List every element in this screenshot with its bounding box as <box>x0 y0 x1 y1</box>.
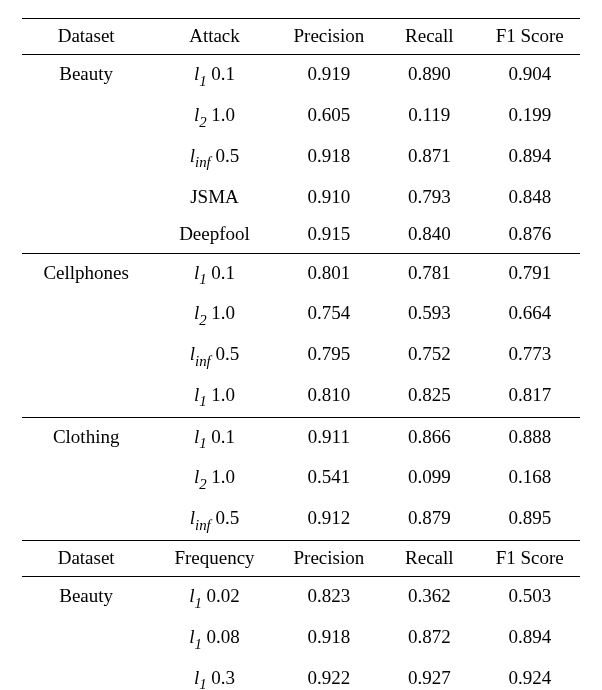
table-row: Deepfool0.9150.8400.876 <box>22 215 580 253</box>
precision-cell: 0.911 <box>279 417 379 458</box>
attack-value: 0.3 <box>211 667 235 688</box>
precision-cell: 0.912 <box>279 499 379 540</box>
l-norm-index: inf <box>195 353 211 369</box>
l-norm-index: 1 <box>199 435 206 451</box>
attack-cell: Deepfool <box>150 215 278 253</box>
attack-value: 0.1 <box>211 63 235 84</box>
attack-cell: linf 0.5 <box>150 137 278 178</box>
attack-cell: l2 1.0 <box>150 96 278 137</box>
attack-value: 0.1 <box>211 262 235 283</box>
recall-cell: 0.119 <box>379 96 479 137</box>
dataset-cell: Cellphones <box>22 253 150 294</box>
recall-cell: 0.752 <box>379 335 479 376</box>
dataset-cell <box>22 458 150 499</box>
dataset-cell <box>22 376 150 417</box>
f1-cell: 0.895 <box>480 499 580 540</box>
recall-cell: 0.927 <box>379 659 479 690</box>
precision-cell: 0.823 <box>279 577 379 618</box>
attack-cell: l1 0.1 <box>150 55 278 96</box>
precision-cell: 0.754 <box>279 294 379 335</box>
col-precision: Precision <box>279 540 379 576</box>
dataset-cell <box>22 335 150 376</box>
recall-cell: 0.872 <box>379 618 479 659</box>
recall-cell: 0.871 <box>379 137 479 178</box>
col-f1: F1 Score <box>480 19 580 55</box>
recall-cell: 0.781 <box>379 253 479 294</box>
table-row: l1 0.30.9220.9270.924 <box>22 659 580 690</box>
dataset-cell: Beauty <box>22 577 150 618</box>
attack-cell: JSMA <box>150 178 278 215</box>
col-f1: F1 Score <box>480 540 580 576</box>
l-norm-index: inf <box>195 517 211 533</box>
col-dataset: Dataset <box>22 19 150 55</box>
f1-cell: 0.503 <box>480 577 580 618</box>
precision-cell: 0.541 <box>279 458 379 499</box>
dataset-cell <box>22 137 150 178</box>
dataset-cell <box>22 499 150 540</box>
dataset-cell <box>22 659 150 690</box>
dataset-cell <box>22 618 150 659</box>
table-row: l1 0.080.9180.8720.894 <box>22 618 580 659</box>
precision-cell: 0.795 <box>279 335 379 376</box>
attack-value: 1.0 <box>211 104 235 125</box>
table-row: l2 1.00.5410.0990.168 <box>22 458 580 499</box>
dataset-cell: Clothing <box>22 417 150 458</box>
precision-cell: 0.801 <box>279 253 379 294</box>
recall-cell: 0.825 <box>379 376 479 417</box>
attack-cell: linf 0.5 <box>150 335 278 376</box>
attack-cell: l1 1.0 <box>150 376 278 417</box>
table-row: linf 0.50.9120.8790.895 <box>22 499 580 540</box>
attack-value: 0.5 <box>215 507 239 528</box>
l-norm-index: inf <box>195 154 211 170</box>
f1-cell: 0.888 <box>480 417 580 458</box>
attack-value: 1.0 <box>211 466 235 487</box>
l-norm-index: 1 <box>199 271 206 287</box>
recall-cell: 0.890 <box>379 55 479 96</box>
recall-cell: 0.793 <box>379 178 479 215</box>
f1-cell: 0.664 <box>480 294 580 335</box>
table-header-row: DatasetFrequencyPrecisionRecallF1 Score <box>22 540 580 576</box>
precision-cell: 0.910 <box>279 178 379 215</box>
f1-cell: 0.894 <box>480 137 580 178</box>
l-norm-index: 2 <box>199 312 206 328</box>
table-row: linf 0.50.9180.8710.894 <box>22 137 580 178</box>
l-norm-index: 1 <box>199 73 206 89</box>
table-row: linf 0.50.7950.7520.773 <box>22 335 580 376</box>
attack-cell: l1 0.1 <box>150 417 278 458</box>
attack-value: 0.08 <box>207 626 240 647</box>
attack-plain: JSMA <box>190 186 239 207</box>
table-row: Beautyl1 0.020.8230.3620.503 <box>22 577 580 618</box>
dataset-cell <box>22 96 150 137</box>
table-header-row: DatasetAttackPrecisionRecallF1 Score <box>22 19 580 55</box>
recall-cell: 0.879 <box>379 499 479 540</box>
table-row: l2 1.00.7540.5930.664 <box>22 294 580 335</box>
f1-cell: 0.199 <box>480 96 580 137</box>
dataset-cell: Beauty <box>22 55 150 96</box>
attack-value: 1.0 <box>211 302 235 323</box>
attack-cell: l2 1.0 <box>150 294 278 335</box>
table-row: l2 1.00.6050.1190.199 <box>22 96 580 137</box>
precision-cell: 0.922 <box>279 659 379 690</box>
l-norm-index: 1 <box>199 393 206 409</box>
col-dataset: Dataset <box>22 540 150 576</box>
attack-cell: l1 0.08 <box>150 618 278 659</box>
col-recall: Recall <box>379 540 479 576</box>
precision-cell: 0.915 <box>279 215 379 253</box>
col-precision: Precision <box>279 19 379 55</box>
recall-cell: 0.866 <box>379 417 479 458</box>
col-recall: Recall <box>379 19 479 55</box>
f1-cell: 0.791 <box>480 253 580 294</box>
precision-cell: 0.919 <box>279 55 379 96</box>
dataset-cell <box>22 294 150 335</box>
precision-cell: 0.918 <box>279 618 379 659</box>
f1-cell: 0.817 <box>480 376 580 417</box>
f1-cell: 0.904 <box>480 55 580 96</box>
dataset-cell <box>22 178 150 215</box>
f1-cell: 0.924 <box>480 659 580 690</box>
l-norm-index: 1 <box>194 636 201 652</box>
f1-cell: 0.894 <box>480 618 580 659</box>
recall-cell: 0.840 <box>379 215 479 253</box>
attack-value: 0.1 <box>211 426 235 447</box>
l-norm-index: 1 <box>199 676 206 690</box>
attack-cell: l2 1.0 <box>150 458 278 499</box>
